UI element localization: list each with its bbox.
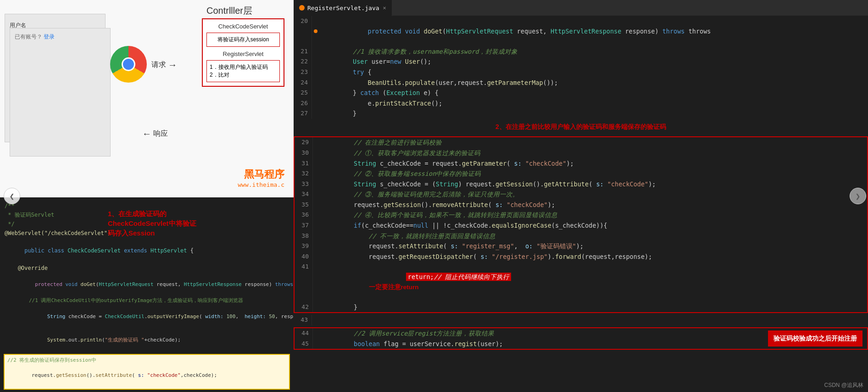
red-box-section: 29 // 在注册之前进行验证码校验 30 // ①、获取客户端浏览器发送过来的…: [294, 136, 868, 313]
left-panel: ❮ Contrlller层 欢迎注册 已有账号？ 登录 用户名 密码 验证码 验…: [0, 0, 294, 392]
callout-1: 1、在生成验证码的CheckCodeServlet中将验证码存入Session: [108, 209, 200, 238]
code-line-22: 22 User user=new User();: [294, 56, 868, 67]
register-box: 1．接收用户输入验证码 2．比对: [206, 60, 280, 82]
request-arrow: 请求 →: [151, 60, 177, 70]
code-line-43: 43: [294, 315, 868, 325]
code-line-21: 21 //1 接收请求参数，username和password，封装成对象: [294, 46, 868, 57]
code-line-24: 24 BeanUtils.populate(user,request.getPa…: [294, 78, 868, 88]
request-label: 请求: [151, 60, 166, 70]
callout-2: 2、在注册之前比较用户输入的验证码和服务端保存的验证码: [294, 119, 868, 134]
code-line-32: 32 // ②、获取服务端session中保存的验证码: [295, 168, 867, 179]
highlight-code: request.getSession().setAttribute( s: "c…: [7, 364, 286, 387]
code-line-23: 23 try {: [294, 67, 868, 78]
code-editor: 20 protected void doGet(HttpServletReque…: [294, 16, 868, 352]
code-line-40: 40 request.getRequestDispatcher( s: "/re…: [295, 252, 867, 262]
return-highlight: return;// 阻止代码继续向下执行: [406, 273, 511, 281]
check-code-box: 将验证码存入session: [206, 33, 280, 47]
code-line-39: 39 request.setAttribute( s: "register_ms…: [295, 241, 867, 252]
code-line-27: 27 }: [294, 108, 868, 119]
tab-file-icon: [299, 5, 305, 11]
servlet-container: CheckCodeServlet 将验证码存入session RegisterS…: [202, 18, 284, 87]
code-override: @Override: [0, 263, 294, 273]
diagram-area: Contrlller层 欢迎注册 已有账号？ 登录 用户名 密码 验证码 验码 …: [0, 0, 294, 197]
code-line-25: 25 } catch (Exception e) {: [294, 88, 868, 98]
code-method: protected void doGet(HttpServletRequest …: [0, 273, 294, 297]
code-line-30: 30 // ①、获取客户端浏览器发送过来的验证码: [295, 148, 867, 158]
code-line2: String checkCode = CheckCodeUtil.outputV…: [0, 305, 294, 329]
code-line-29: 29 // 在注册之前进行验证码校验: [295, 137, 867, 148]
login-form: 欢迎注册 已有账号？ 登录 用户名 密码 验证码 验码 看不清? 注册: [5, 14, 106, 142]
red-box-section-2: 44 //2 调用service层regist方法注册，获取结果 45 bool…: [294, 327, 868, 350]
service-code-block: 44 //2 调用service层regist方法注册，获取结果 45 bool…: [295, 328, 768, 349]
nav-arrow-right[interactable]: ❯: [850, 188, 866, 204]
diagram-title: Contrlller层: [206, 5, 252, 17]
response-label: 响应: [153, 129, 168, 139]
check-code-servlet-label: CheckCodeServlet: [206, 23, 280, 30]
code-line-38: 38 // 不一致，就跳转到注册页面回显错误信息: [295, 231, 867, 241]
code-line1: //1 调用CheckCodeUtil中的outputVerifyImage方法…: [0, 297, 294, 305]
register-box-1: 1．接收用户输入验证码: [210, 63, 277, 71]
code-line-41: 41 return;// 阻止代码继续向下执行 一定要注意return: [295, 262, 867, 302]
watermark-logo: 黑马程序: [238, 168, 284, 181]
highlight-comment: //2 将生成的验证码保存到session中: [7, 357, 286, 364]
code-class-def: public class CheckCodeServlet extends Ht…: [0, 238, 294, 263]
code-line-37: 37 if(c_checkCode==null || !c_checkCode.…: [295, 220, 867, 231]
tab-bar: RegisterServlet.java ✕: [294, 0, 868, 16]
watermark: 黑马程序 www.itheima.c: [238, 168, 284, 188]
watermark-url: www.itheima.c: [238, 181, 284, 188]
code-line-35: 35 request.getSession().removeAttribute(…: [295, 200, 867, 210]
callout-service: 验证码校验成功之后开始注册: [768, 330, 862, 346]
callout-return: 一定要注意return: [369, 284, 419, 291]
login-subtitle: 已有账号？ 登录: [10, 28, 111, 157]
code-line-45: 45 boolean flag = userService.regist(use…: [295, 339, 768, 349]
tab-filename: RegisterServlet.java: [307, 5, 379, 11]
code-line-20: 20 protected void doGet(HttpServletReque…: [294, 16, 868, 46]
code-line-44: 44 //2 调用service层regist方法注册，获取结果: [295, 328, 768, 339]
code-line-26: 26 e.printStackTrace();: [294, 98, 868, 109]
code-line-36: 36 // ④、比较两个验证码，如果不一致，就跳转到注册页面回显错误信息: [295, 210, 867, 220]
right-panel: RegisterServlet.java ✕ 20 protected void…: [294, 0, 868, 392]
chrome-icon: [110, 46, 147, 83]
tab-close-button[interactable]: ✕: [383, 5, 386, 11]
code-line-34: 34 // ③、服务端验证码使用完之后清除，保证只使用一次。: [295, 189, 867, 200]
nav-arrow-left[interactable]: ❮: [4, 188, 20, 204]
tab-register-servlet[interactable]: RegisterServlet.java ✕: [294, 0, 392, 16]
code-line-42: 42 }: [295, 302, 867, 313]
register-servlet-label: RegisterServlet: [206, 50, 280, 57]
login-link[interactable]: 登录: [44, 34, 55, 40]
code-line-33: 33 String s_checkCode = (String) request…: [295, 179, 867, 190]
register-box-2: 2．比对: [210, 71, 277, 79]
highlight-box: //2 将生成的验证码保存到session中 request.getSessio…: [4, 354, 290, 390]
csdn-watermark: CSDN @追风林: [824, 381, 863, 389]
response-arrow: ← 响应: [142, 129, 168, 139]
code-line-31: 31 String c_checkCode = request.getParam…: [295, 158, 867, 169]
code-line3: System.out.println("生成的验证码 "+checkCode);: [0, 329, 294, 353]
callout-1-text: 1、在生成验证码的CheckCodeServlet中将验证码存入Session: [108, 209, 200, 238]
